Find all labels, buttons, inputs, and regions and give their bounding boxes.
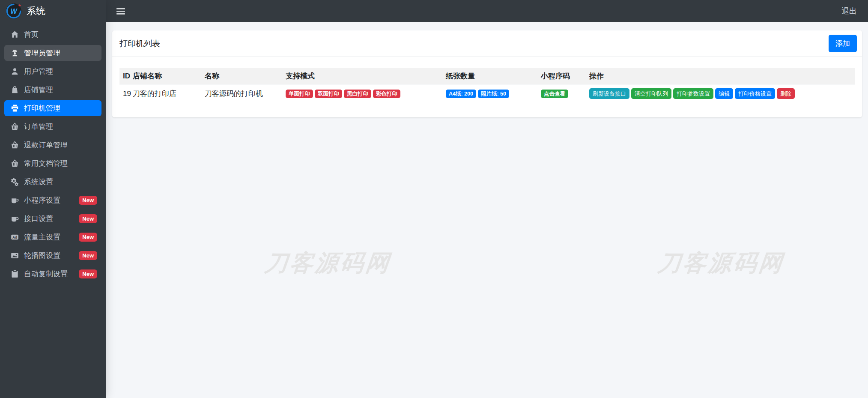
mug-icon (9, 196, 21, 204)
sidebar-item-5[interactable]: 订单管理 (4, 119, 101, 135)
column-header: 小程序码 (537, 68, 586, 84)
logout-link[interactable]: 退出 (841, 6, 857, 16)
sidebar-item-label: 订单管理 (24, 122, 53, 132)
sidebar-item-6[interactable]: 退款订单管理 (4, 137, 101, 153)
svg-text:W: W (10, 7, 18, 15)
sidebar-item-label: 流量主设置 (24, 232, 60, 242)
home-icon (9, 30, 21, 39)
table-header-row: ID店铺名称名称支持模式纸张数量小程序码操作 (119, 68, 855, 84)
content: 打印机列表 添加 ID店铺名称名称支持模式纸张数量小程序码操作 19刀客的打印店… (106, 22, 868, 398)
user-secret-icon (9, 49, 21, 57)
sidebar-item-11[interactable]: Ad流量主设置New (4, 229, 101, 245)
cogs-icon (9, 178, 21, 186)
sidebar-item-label: 用户管理 (24, 66, 53, 76)
table-body: 19刀客的打印店刀客源码的打印机单面打印双面打印黑白打印彩色打印A4纸: 200… (119, 84, 855, 103)
clipboard-icon (9, 270, 21, 278)
new-badge: New (79, 214, 97, 223)
cell-actions: 刷新设备接口清空打印队列打印参数设置编辑打印价格设置删除 (586, 84, 855, 103)
action-button-3[interactable]: 编辑 (715, 88, 733, 99)
sidebar-item-label: 小程序设置 (24, 195, 60, 205)
topbar: 退出 (106, 0, 868, 22)
sidebar-menu: 首页管理员管理用户管理店铺管理打印机管理订单管理退款订单管理常用文档管理系统设置… (0, 22, 106, 398)
mug-icon (9, 215, 21, 223)
new-badge: New (79, 233, 97, 242)
sidebar-item-label: 自动复制设置 (24, 269, 68, 279)
action-button-1[interactable]: 清空打印队列 (631, 88, 671, 99)
sidebar-item-label: 打印机管理 (24, 103, 60, 113)
sidebar-item-7[interactable]: 常用文档管理 (4, 156, 101, 171)
printer-icon (9, 104, 21, 112)
card-header: 打印机列表 添加 (112, 30, 862, 57)
basket-icon (9, 159, 21, 168)
action-button-4[interactable]: 打印价格设置 (735, 88, 775, 99)
sidebar-item-8[interactable]: 系统设置 (4, 174, 101, 190)
sidebar-item-label: 店铺管理 (24, 85, 53, 95)
add-button[interactable]: 添加 (829, 35, 857, 52)
column-header: 支持模式 (282, 68, 442, 84)
sidebar-item-13[interactable]: 自动复制设置New (4, 266, 101, 282)
sidebar-item-label: 管理员管理 (24, 48, 60, 58)
cell-paper-counts: A4纸: 200照片纸: 50 (442, 84, 537, 103)
printer-table: ID店铺名称名称支持模式纸张数量小程序码操作 19刀客的打印店刀客源码的打印机单… (119, 68, 855, 103)
action-button-2[interactable]: 打印参数设置 (673, 88, 713, 99)
basket-icon (9, 141, 21, 149)
sidebar-item-12[interactable]: 轮播图设置New (4, 248, 101, 263)
column-header: 名称 (201, 68, 282, 84)
sidebar-item-label: 首页 (24, 30, 39, 39)
watermark: 刀客源码网 (656, 248, 786, 279)
watermark: 刀客源码网 (263, 248, 393, 279)
user-icon (9, 67, 21, 75)
sidebar-item-label: 轮播图设置 (24, 251, 60, 260)
cell-printer-name: 刀客源码的打印机 (201, 84, 282, 103)
sidebar: W + 系统 首页管理员管理用户管理店铺管理打印机管理订单管理退款订单管理常用文… (0, 0, 106, 398)
sidebar-item-3[interactable]: 店铺管理 (4, 82, 101, 98)
shopping-bag-icon (9, 86, 21, 94)
sidebar-item-10[interactable]: 接口设置New (4, 211, 101, 227)
sidebar-item-label: 系统设置 (24, 177, 53, 187)
sidebar-item-label: 接口设置 (24, 214, 53, 224)
mode-badge: 黑白打印 (344, 90, 371, 99)
column-header: ID (119, 68, 129, 84)
printer-list-card: 打印机列表 添加 ID店铺名称名称支持模式纸张数量小程序码操作 19刀客的打印店… (112, 30, 862, 117)
action-button-0[interactable]: 刷新设备接口 (589, 88, 629, 99)
svg-text:+: + (18, 3, 21, 8)
app-logo-icon: W + (6, 3, 22, 19)
mode-badge: 单面打印 (286, 90, 313, 99)
paper-count-badge: 照片纸: 50 (478, 90, 509, 99)
paper-count-badge: A4纸: 200 (446, 90, 476, 99)
mode-badge: 彩色打印 (373, 90, 400, 99)
sidebar-item-1[interactable]: 管理员管理 (4, 45, 101, 61)
cell-id: 19 (119, 84, 129, 103)
cell-support-modes: 单面打印双面打印黑白打印彩色打印 (282, 84, 442, 103)
new-badge: New (79, 269, 97, 278)
sidebar-item-2[interactable]: 用户管理 (4, 63, 101, 79)
card-body: ID店铺名称名称支持模式纸张数量小程序码操作 19刀客的打印店刀客源码的打印机单… (112, 57, 862, 117)
sidebar-item-label: 常用文档管理 (24, 159, 68, 168)
app-window: W + 系统 首页管理员管理用户管理店铺管理打印机管理订单管理退款订单管理常用文… (0, 0, 868, 398)
column-header: 纸张数量 (442, 68, 537, 84)
sidebar-item-label: 退款订单管理 (24, 140, 68, 150)
mode-badge: 双面打印 (315, 90, 342, 99)
column-header: 店铺名称 (129, 68, 201, 84)
column-header: 操作 (586, 68, 855, 84)
basket-icon (9, 123, 21, 131)
qrcode-view-badge[interactable]: 点击查看 (541, 90, 568, 99)
new-badge: New (79, 196, 97, 205)
action-button-5[interactable]: 删除 (777, 88, 795, 99)
cell-qrcode: 点击查看 (537, 84, 586, 103)
cell-shop-name: 刀客的打印店 (129, 84, 201, 103)
main-area: 退出 打印机列表 添加 ID店铺名称名称支持模式纸张数量小程序码操作 19刀客的… (106, 0, 868, 398)
new-badge: New (79, 251, 97, 260)
menu-toggle-icon[interactable] (116, 8, 125, 15)
brand[interactable]: W + 系统 (0, 0, 106, 22)
ad-icon: Ad (9, 233, 21, 241)
table-row: 19刀客的打印店刀客源码的打印机单面打印双面打印黑白打印彩色打印A4纸: 200… (119, 84, 855, 103)
svg-text:Ad: Ad (12, 235, 17, 239)
sidebar-item-9[interactable]: 小程序设置New (4, 192, 101, 208)
sidebar-item-0[interactable]: 首页 (4, 27, 101, 42)
brand-title: 系统 (27, 5, 45, 18)
sidebar-item-4[interactable]: 打印机管理 (4, 100, 101, 116)
page-title: 打印机列表 (119, 38, 160, 49)
image-icon (9, 251, 21, 260)
